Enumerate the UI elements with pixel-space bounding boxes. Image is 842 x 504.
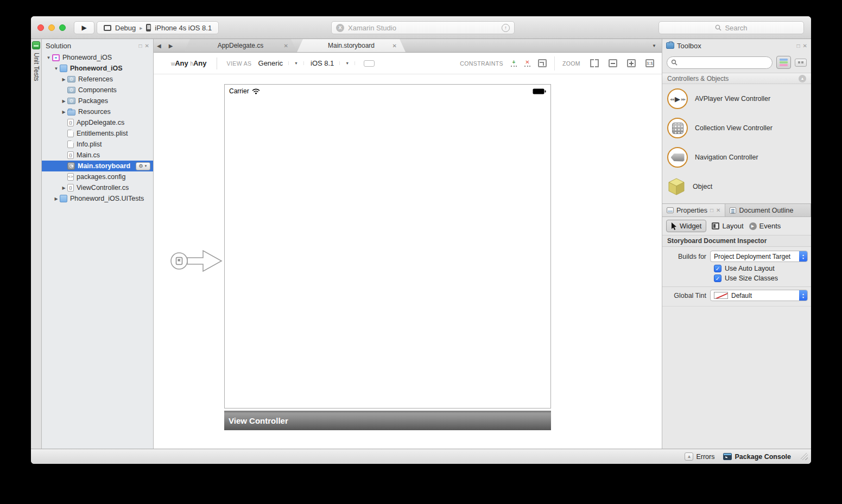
tree-item-solution[interactable]: ▼ Phoneword_iOS xyxy=(42,52,153,63)
mode-events-button[interactable]: ▶ Events xyxy=(749,222,781,230)
xamarin-studio-window: ▶ Debug ▸ iPhone 4s iOS 8.1 X Xamarin St… xyxy=(31,16,811,464)
builds-for-dropdown[interactable]: Project Deployment Target ▲▼ xyxy=(710,251,808,262)
tab-appdelegate[interactable]: AppDelegate.cs ✕ xyxy=(184,39,297,52)
tree-item-maincs[interactable]: {} Main.cs xyxy=(42,150,153,161)
chevron-down-icon[interactable]: ▼ xyxy=(339,61,355,65)
errors-pad-button[interactable]: ▲ Errors xyxy=(685,452,714,461)
global-search-field[interactable]: Search xyxy=(659,21,804,34)
toolbox-title: Toolbox xyxy=(677,42,794,50)
tree-item-label: Resources xyxy=(78,108,111,116)
scene-dock[interactable]: View Controller xyxy=(224,411,551,430)
zoom-window-button[interactable] xyxy=(59,24,66,31)
toolbox-item-label: AVPlayer View Controller xyxy=(695,95,770,103)
play-glyph: ▶ xyxy=(675,95,680,103)
storyboard-canvas[interactable]: Carrier xyxy=(154,74,662,449)
minimize-window-button[interactable] xyxy=(48,24,55,31)
angle-brackets-glyph: <> xyxy=(68,175,73,179)
toolbox-item-object[interactable]: Object xyxy=(662,172,811,201)
package-console-label: Package Console xyxy=(735,453,791,461)
size-classes-checkbox[interactable]: ✓ xyxy=(714,275,721,282)
zoom-fit-button[interactable] xyxy=(590,59,599,67)
toolbox-item-avplayer[interactable]: ◀◀▶▶▶ AVPlayer View Controller xyxy=(662,84,811,113)
csharp-file-icon: {} xyxy=(67,119,74,126)
package-console-button[interactable]: Package Console xyxy=(723,453,791,461)
chevron-down-icon[interactable]: ▼ xyxy=(288,61,304,65)
mode-widget-button[interactable]: Widget xyxy=(666,220,706,232)
orientation-toggle-icon[interactable] xyxy=(364,60,375,67)
run-configuration-selector[interactable]: Debug ▸ iPhone 4s iOS 8.1 xyxy=(97,21,219,34)
update-frames-button[interactable] xyxy=(538,59,547,67)
battery-icon xyxy=(533,88,546,94)
size-class-selector[interactable]: wAny hAny xyxy=(171,59,207,67)
run-button[interactable]: ▶ xyxy=(74,21,94,34)
os-version-dropdown[interactable]: iOS 8.1 xyxy=(311,59,334,67)
stepper-icon: ▲▼ xyxy=(799,251,807,261)
toolbox-search-input[interactable] xyxy=(680,59,768,66)
right-panel: Toolbox □ ✕ Controllers & Objects ▲ xyxy=(662,39,811,449)
tree-item-packagesconfig[interactable]: <> packages.config xyxy=(42,171,153,182)
view-controller-view[interactable]: Carrier xyxy=(224,84,551,409)
tree-item-components[interactable]: Components xyxy=(42,85,153,95)
notifications-icon[interactable]: ↑ xyxy=(502,24,510,32)
close-tab-icon[interactable]: ✕ xyxy=(284,43,288,49)
auto-layout-checkbox[interactable]: ✓ xyxy=(714,265,721,272)
expander-down-icon[interactable]: ▼ xyxy=(53,66,60,71)
toolbox-item-collection[interactable]: Collection View Controller xyxy=(662,113,811,143)
expander-right-icon[interactable]: ▶ xyxy=(60,186,67,190)
titlebar[interactable]: ▶ Debug ▸ iPhone 4s iOS 8.1 X Xamarin St… xyxy=(31,16,811,39)
tree-item-packages[interactable]: ▶ Packages xyxy=(42,95,153,106)
tree-item-uitests-project[interactable]: ▶ Phoneword_iOS.UITests xyxy=(42,193,153,204)
tree-item-label: Phoneword_iOS.UITests xyxy=(70,195,144,202)
chevron-right-icon: ▸ xyxy=(140,25,142,31)
view-controller-scene[interactable]: Carrier xyxy=(224,84,551,430)
close-window-button[interactable] xyxy=(37,24,44,31)
tree-item-viewcontroller[interactable]: ▶ {} ViewController.cs xyxy=(42,182,153,193)
tree-item-references[interactable]: ▶ References xyxy=(42,74,153,85)
remove-constraint-button[interactable]: ✕ xyxy=(524,60,530,67)
zoom-in-button[interactable] xyxy=(627,59,636,67)
toolbox-item-navigation[interactable]: Navigation Controller xyxy=(662,143,811,172)
compact-view-button[interactable] xyxy=(795,59,807,67)
tab-mainstoryboard[interactable]: Main.storyboard ✕ xyxy=(297,39,406,52)
toolbox-search-field[interactable] xyxy=(667,56,773,69)
tree-item-appdelegate[interactable]: {} AppDelegate.cs xyxy=(42,117,153,128)
close-pad-icon[interactable]: ✕ xyxy=(145,43,149,49)
tree-item-resources[interactable]: ▶ Resources xyxy=(42,106,153,117)
expander-right-icon[interactable]: ▶ xyxy=(60,99,67,104)
dock-pad-icon[interactable]: □ xyxy=(797,43,800,49)
expander-right-icon[interactable]: ▶ xyxy=(60,110,67,114)
toolbox-section-header[interactable]: Controllers & Objects ▲ xyxy=(662,73,811,84)
tab-list-dropdown-icon[interactable]: ▼ xyxy=(652,43,656,48)
categorized-view-button[interactable] xyxy=(776,56,791,69)
global-tint-dropdown[interactable]: Default ▲▼ xyxy=(710,290,808,301)
dock-pad-icon[interactable]: □ xyxy=(139,43,142,49)
expander-down-icon[interactable]: ▼ xyxy=(45,55,52,60)
tree-item-entitlements[interactable]: Entitlements.plist xyxy=(42,128,153,139)
view-as-device-dropdown[interactable]: Generic xyxy=(258,59,283,67)
expander-right-icon[interactable]: ▶ xyxy=(60,77,67,82)
dock-pad-icon[interactable]: □ xyxy=(710,207,713,213)
item-options-button[interactable]: ⚙ ▼ xyxy=(136,162,150,170)
properties-icon xyxy=(667,207,674,213)
separator xyxy=(217,58,217,69)
tab-document-outline[interactable]: Document Outline xyxy=(725,204,811,216)
zoom-out-button[interactable] xyxy=(609,59,617,67)
close-tab-icon[interactable]: ✕ xyxy=(392,43,397,49)
add-constraint-button[interactable]: + xyxy=(511,60,517,67)
tab-properties[interactable]: Properties □ ✕ xyxy=(662,204,725,216)
tree-item-infoplist[interactable]: Info.plist xyxy=(42,139,153,150)
expander-right-icon[interactable]: ▶ xyxy=(53,196,60,201)
resize-grip[interactable] xyxy=(801,453,808,460)
zoom-actual-size-button[interactable]: 1:1 xyxy=(645,59,654,67)
navigate-back-button[interactable]: ◀ xyxy=(157,43,161,49)
close-pad-icon[interactable]: ✕ xyxy=(803,43,807,49)
collapse-section-icon[interactable]: ▲ xyxy=(799,75,806,82)
initial-view-controller-arrow[interactable] xyxy=(169,247,223,275)
navigate-forward-button[interactable]: ▶ xyxy=(169,43,173,49)
tree-item-mainstoryboard[interactable]: Main.storyboard ⚙ ▼ xyxy=(42,161,153,171)
components-folder-icon xyxy=(67,87,75,93)
mode-layout-button[interactable]: Layout xyxy=(712,222,743,230)
close-pad-icon[interactable]: ✕ xyxy=(716,207,720,213)
unit-tests-tab[interactable]: Unit Tests xyxy=(33,53,40,81)
tree-item-project[interactable]: ▼ Phoneword_iOS xyxy=(42,63,153,74)
